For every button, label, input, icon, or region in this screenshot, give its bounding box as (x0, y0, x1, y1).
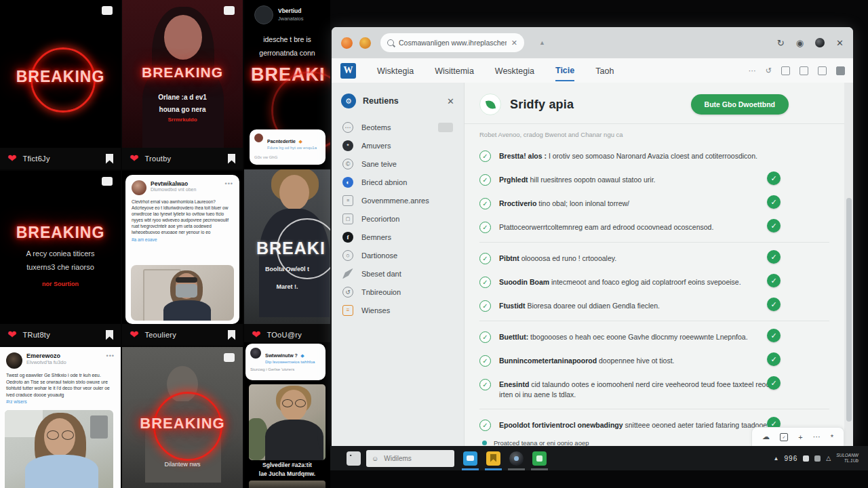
bookmark-icon[interactable] (228, 154, 235, 164)
sidebar-close-icon[interactable]: ✕ (447, 96, 454, 106)
feed-tile-breaking-8[interactable]: BREAKING Dilantew nws (122, 347, 243, 488)
tab-favicon[interactable]: ▲ (539, 39, 545, 46)
more-icon[interactable]: ••• (106, 352, 115, 359)
tray-network-icon[interactable]: △ (826, 455, 831, 462)
address-bar[interactable]: Cosmawanligen www.ihreplascher ✕ (380, 33, 524, 52)
start-button[interactable] (347, 451, 361, 466)
taskbar-app-bookmark-icon[interactable] (486, 451, 500, 466)
sidebar-item-amuvers[interactable]: * Amuvers (332, 136, 464, 155)
taskbar-search[interactable]: ☺ (366, 450, 454, 467)
tweet-hashtag[interactable]: #rz wlsers (6, 399, 115, 404)
checklist-item[interactable]: ✓ Brestta! alos : I orotiv seo somoaso N… (479, 144, 829, 167)
sidebar-item-beotems[interactable]: ⋯ Beotems (332, 118, 464, 136)
taskbar-app-mail-icon[interactable] (463, 451, 477, 466)
sidebar-item-tnbireouion[interactable]: ↺ Tnbireouion (332, 283, 464, 301)
tray-app-icon[interactable] (803, 455, 809, 462)
feed-tile-breaking-4[interactable]: BREAKING A recy coniea titicers tuxerns3… (0, 171, 121, 346)
like-icon[interactable]: ❤ (7, 153, 16, 164)
feed-tile-tweet-5[interactable]: Pevtwikalwao Dlumowdtxd vnt oben ••• Cle… (122, 171, 243, 346)
taskbar-clock[interactable]: SULOANW TL.1Ub (836, 453, 859, 464)
checklist-item[interactable]: ✓ Bunnincometertaninapoorod doopennee hi… (479, 348, 829, 372)
tweet-card[interactable]: Swtwwinutw ? ◆ Dtp lsvoweerrxeios twhhfo… (245, 344, 326, 380)
tweet-card[interactable]: Pevtwikalwao Dlumowdtxd vnt oben ••• Cle… (125, 175, 239, 324)
avatar[interactable] (6, 352, 22, 369)
feed-tile-post-3[interactable]: Vbertiud Jwanataios idesche t bre is ger… (244, 0, 330, 168)
checklist-item[interactable]: ✓ Buettlut: tbogoooses o heah oec eoone … (479, 325, 829, 348)
embedded-tweet-card[interactable]: Pacntedertie ◆ Fdura lrg od hyt ow enqu1… (250, 129, 326, 165)
username[interactable]: Emerewozo (26, 352, 66, 359)
message-icon[interactable] (224, 353, 235, 362)
avatar[interactable] (254, 5, 273, 24)
card-link[interactable]: Dtp lsvoweerrxeios twhhfoa (265, 360, 315, 364)
feed-tile-breaking-2[interactable]: BREAKING Orlane :a d ev1 houna go nera S… (122, 0, 243, 169)
nav-item-4[interactable]: Taoh (595, 60, 614, 81)
profile-icon[interactable]: ◉ (796, 38, 804, 48)
tweet-card[interactable]: Emerewozo Elvwotvd'ta fu3do ••• Twest og… (0, 347, 121, 488)
taskbar-app-browser-icon[interactable] (509, 451, 524, 466)
tray-app-icon-2[interactable] (814, 455, 821, 462)
bag-check-icon[interactable]: ✓ (780, 433, 788, 441)
checklist-item[interactable]: ✓ Suoodin Boam intecmeoot and foaco eglo… (479, 270, 829, 293)
sidebar-item-dartionose[interactable]: ○ Dartionose (332, 246, 464, 264)
sidebar-item-bemners[interactable]: f Bemners (332, 228, 464, 246)
scrollbar-thumb[interactable] (846, 198, 852, 422)
more-icon[interactable]: ⋯ (813, 432, 821, 441)
username[interactable]: Vbertiud (278, 7, 301, 14)
feed-tile-post-9[interactable]: Swtwwinutw ? ◆ Dtp lsvoweerrxeios twhhfo… (244, 342, 330, 488)
gallery-icon[interactable] (224, 6, 235, 15)
refresh-icon[interactable]: ↻ (777, 38, 785, 48)
bookmark-icon[interactable] (106, 154, 113, 164)
more-icon[interactable]: ••• (225, 180, 233, 187)
feed-tile-breaking-6[interactable]: BREAKI Boolta Ow/e0l t Maret !. ❤ TOoU@r… (244, 169, 330, 346)
bookmark-icon[interactable] (228, 330, 235, 340)
sidebar-item-pecoriorton[interactable]: ▢ Pecoriorton (332, 209, 464, 228)
nav-item-0[interactable]: Wisktegia (377, 60, 414, 81)
inbox-icon[interactable] (836, 66, 845, 75)
history-icon[interactable]: ↺ (766, 66, 772, 75)
more-icon[interactable]: ⋯ (749, 66, 756, 75)
add-icon[interactable]: + (798, 433, 802, 441)
sidebar-item-sbeset[interactable]: Sbeset dant (332, 264, 464, 283)
bookmark-icon[interactable] (106, 330, 113, 340)
like-icon[interactable]: ❤ (130, 329, 138, 340)
message-icon[interactable] (102, 6, 113, 15)
gallery-icon[interactable] (102, 177, 113, 186)
avatar[interactable] (132, 180, 146, 195)
nav-item-1[interactable]: Wisittemia (435, 60, 474, 81)
browser-logo-icon[interactable] (815, 38, 825, 47)
address-text[interactable]: Cosmawanligen www.ihreplascher (399, 39, 507, 47)
feed-tile-tweet-7[interactable]: Emerewozo Elvwotvd'ta fu3do ••• Twest og… (0, 347, 121, 488)
wiki-logo-icon[interactable]: W (340, 63, 356, 79)
browser-extension-icon[interactable] (341, 37, 353, 49)
close-window-icon[interactable]: ✕ (836, 38, 844, 48)
search-input[interactable] (382, 454, 446, 463)
checklist-item[interactable]: ✓ Prghledt hill ruesitnres oopotn oawaul… (479, 167, 829, 191)
nav-item-2[interactable]: Wesktegia (495, 60, 534, 81)
sidebar-item-briecd[interactable]: ◐ Briecd abnion (332, 173, 464, 191)
panel-icon[interactable] (818, 66, 827, 75)
scrollbar[interactable] (844, 83, 853, 446)
username[interactable]: Pevtwikalwao (151, 180, 196, 187)
primary-action-button[interactable]: Bute Gbo Dwoettbnd (691, 94, 789, 115)
taskbar-app-notes-icon[interactable] (532, 451, 547, 466)
tweet-hashtag[interactable]: #a am eoave (132, 237, 233, 242)
like-icon[interactable]: ❤ (7, 329, 16, 340)
checklist-item[interactable]: ✓ Pibtnt oloooosa ed runo ! crtoooaley. … (479, 246, 829, 270)
nav-item-3-active[interactable]: Ticie (555, 60, 574, 81)
checklist-item[interactable]: ✓ Ptattoceorwerrtcoltemnreg eam ard edro… (479, 215, 829, 239)
system-tray[interactable]: ▲ 996 △ SULOANW TL.1Ub (774, 453, 859, 464)
cloud-icon[interactable]: ☁ (762, 432, 770, 441)
checklist-item[interactable]: ✓ Rroctiverio tino obal; loon inlonal to… (479, 191, 829, 215)
checklist-item[interactable]: ✓ Enesintd cid talaundo ootes e ioomoohe… (479, 372, 829, 405)
browser-extension-icon-2[interactable] (359, 37, 371, 49)
sidebar-item-wienses[interactable]: ≡ Wienses (332, 301, 464, 319)
sidebar-item-sane-teive[interactable]: © Sane teive (332, 155, 464, 173)
settings-icon[interactable]: * (831, 433, 833, 441)
sidebar-item-government[interactable]: ≡ Govenmmene.anres (332, 191, 464, 209)
like-icon[interactable]: ❤ (252, 329, 260, 340)
feed-tile-breaking-1[interactable]: BREAKING ❤ Tfict6Jy (0, 0, 121, 169)
clear-icon[interactable]: ✕ (511, 39, 517, 47)
like-icon[interactable]: ❤ (130, 153, 138, 164)
checklist-item[interactable]: ✓ Ftustidt Bioresa doaree oul ddiaen Gen… (479, 293, 829, 317)
share-icon[interactable] (781, 66, 790, 75)
